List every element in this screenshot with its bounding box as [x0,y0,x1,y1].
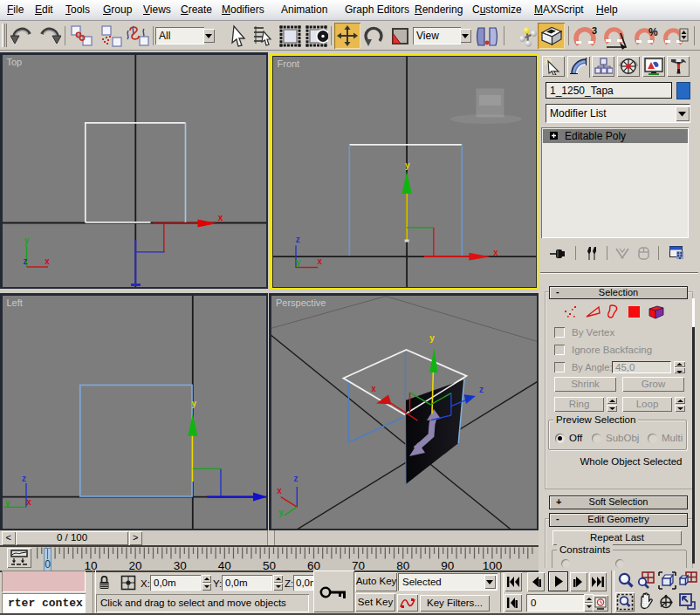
svg-text:z: z [294,474,299,483]
svg-text:10: 10 [84,559,97,571]
svg-text:80: 80 [396,559,409,571]
svg-text:z: z [479,384,484,393]
svg-text:x: x [371,384,376,393]
svg-text:40: 40 [218,559,231,571]
svg-text:y: y [405,161,410,170]
svg-text:y: y [295,256,300,266]
svg-text:30: 30 [174,559,187,571]
svg-text:x: x [317,256,322,266]
svg-text:3: 3 [592,25,597,36]
svg-text:y: y [24,236,29,245]
svg-text:60: 60 [307,559,320,571]
svg-text:x: x [217,213,223,222]
svg-text:y: y [5,497,10,507]
svg-text:70: 70 [352,559,365,571]
svg-text:x: x [45,256,50,266]
svg-text:50: 50 [263,559,276,571]
svg-text:y: y [429,333,435,343]
svg-text:20: 20 [129,559,142,571]
svg-text:z: z [22,474,26,483]
svg-text:90: 90 [441,559,454,571]
svg-text:z: z [295,235,299,244]
svg-text:%: % [649,26,658,38]
svg-text:x: x [493,248,498,257]
svg-text:x: x [26,497,31,507]
svg-text:y: y [278,508,284,517]
svg-text:y: y [191,399,196,408]
svg-text:z: z [23,256,27,265]
svg-text:x: x [277,486,282,495]
svg-text:100: 100 [483,559,503,571]
